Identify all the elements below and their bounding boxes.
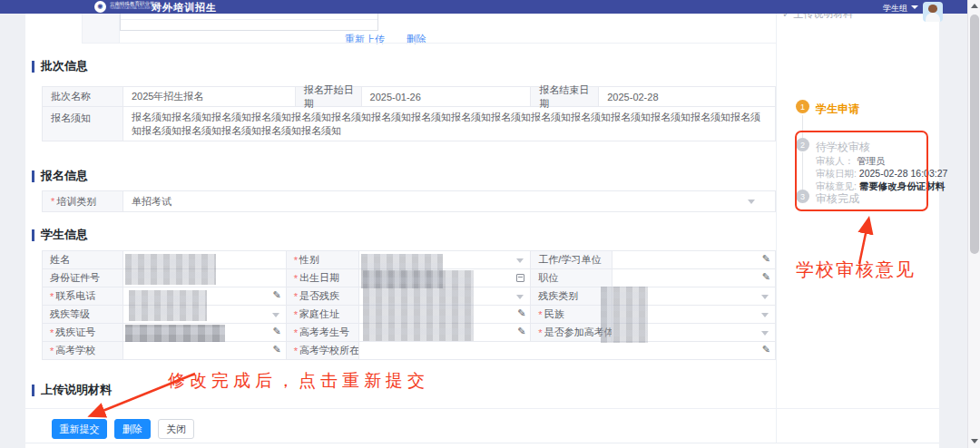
section-bar-icon — [32, 385, 34, 396]
redacted-mosaic — [125, 254, 216, 285]
required-asterisk: * — [538, 309, 542, 320]
field-value: 2025-01-26 — [362, 87, 532, 106]
pencil-icon[interactable]: ✎ — [762, 272, 770, 282]
field-label: 批次名称 — [43, 87, 123, 106]
field-value[interactable]: ✎ — [612, 269, 776, 287]
notice-text: 报名须知报名须知报名须知报名须知报名须知报名须知报名须知报名须知报名须知报名须知… — [123, 107, 776, 141]
caret-down-icon[interactable] — [272, 313, 279, 317]
field-label: 报名结束日期 — [531, 87, 599, 106]
pencil-icon[interactable]: ✎ — [272, 290, 280, 300]
photo-upload-label-cell — [82, 14, 120, 43]
field-label: 残疾等级 — [43, 306, 123, 323]
school-name-en: YUNNAN VOCATIONAL COLLEGE OF SPECIAL EDU… — [110, 7, 152, 10]
field-value: 2025-02-28 — [599, 87, 776, 106]
calendar-icon[interactable] — [516, 274, 524, 282]
app-title: 对外培训招生 — [152, 1, 217, 15]
caret-down-icon[interactable] — [748, 200, 755, 204]
section-title-text: 学生信息 — [41, 227, 88, 243]
training-type-value: 单招考试 — [132, 195, 172, 209]
section-title-student: 学生信息 — [32, 227, 88, 243]
caret-down-icon[interactable] — [761, 295, 769, 299]
field-label: *出生日期 — [287, 269, 359, 287]
field-value[interactable]: ✎ — [359, 342, 776, 359]
divider — [121, 19, 377, 20]
divider — [82, 43, 776, 44]
field-label: 身份证件号 — [43, 269, 123, 287]
scroll-thumb[interactable] — [970, 15, 979, 254]
section-bar-icon — [32, 61, 34, 73]
section-title-signup: 报名信息 — [32, 168, 88, 184]
caret-down-icon[interactable] — [761, 313, 769, 317]
section-title-text: 报名信息 — [41, 168, 88, 184]
required-asterisk: * — [294, 255, 298, 266]
redacted-mosaic — [601, 287, 648, 343]
scroll-down-icon[interactable] — [971, 439, 978, 443]
field-value[interactable]: ✎ — [612, 251, 776, 268]
scrollbar[interactable] — [967, 0, 980, 448]
field-label: *高考考生号 — [287, 324, 359, 341]
step1-badge: 1 — [796, 100, 809, 113]
table-row: * 培训类别 单招考试 — [42, 191, 776, 212]
school-logo-icon: ✺ — [94, 1, 106, 13]
field-label: * 培训类别 — [43, 191, 123, 211]
required-asterisk: * — [50, 291, 54, 302]
section-bar-icon — [32, 170, 34, 182]
field-label: 报名须知 — [43, 107, 123, 141]
training-type-select[interactable]: 单招考试 — [123, 191, 776, 211]
user-avatar[interactable] — [923, 2, 943, 22]
annotation-right-note: 学校审核意见 — [796, 258, 916, 282]
pencil-icon[interactable]: ✎ — [517, 326, 525, 336]
required-asterisk: * — [538, 327, 542, 338]
user-role-label[interactable]: 学生组 — [883, 3, 907, 15]
divider — [776, 14, 777, 443]
required-asterisk: * — [294, 327, 298, 338]
table-row: 批次名称 2025年招生报名 报名开始日期 2025-01-26 报名结束日期 … — [42, 87, 776, 107]
redacted-mosaic — [363, 270, 474, 341]
pencil-icon[interactable]: ✎ — [272, 326, 280, 336]
caret-down-icon[interactable] — [911, 5, 918, 9]
caret-down-icon[interactable] — [516, 258, 524, 263]
field-value[interactable]: ✎ — [123, 342, 287, 359]
field-label: *残疾证号 — [43, 324, 123, 341]
table-row: 报名须知 报名须知报名须知报名须知报名须知报名须知报名须知报名须知报名须知报名须… — [42, 107, 776, 141]
redacted-mosaic — [125, 325, 225, 342]
required-asterisk: * — [294, 291, 298, 302]
field-label: 工作/学习单位 — [531, 251, 612, 268]
pencil-icon[interactable]: ✎ — [272, 345, 280, 355]
field-value: 2025年招生报名 — [123, 87, 296, 106]
field-label: *家庭住址 — [287, 306, 359, 323]
required-asterisk: * — [294, 273, 298, 284]
field-label: 职位 — [531, 269, 612, 287]
scroll-up-icon[interactable] — [971, 4, 978, 8]
step1-label: 学生申请 — [816, 102, 859, 117]
field-label: 姓名 — [43, 251, 123, 268]
annotation-bottom-note: 修改完成后，点击重新提交 — [168, 369, 429, 393]
required-asterisk: * — [50, 346, 54, 356]
field-label: *高考学校所在地 — [287, 342, 359, 359]
field-label: 报名开始日期 — [296, 87, 362, 106]
field-label: *性别 — [287, 251, 359, 268]
required-asterisk: * — [51, 196, 54, 207]
divider — [25, 443, 939, 443]
reupload-link[interactable]: 重新上传 — [345, 33, 385, 46]
pencil-icon[interactable]: ✎ — [762, 345, 770, 355]
section-title-text: 批次信息 — [41, 58, 88, 74]
required-asterisk: * — [294, 309, 298, 320]
pencil-icon[interactable]: ✎ — [762, 254, 770, 264]
section-title-batch: 批次信息 — [32, 58, 88, 74]
delete-upload-link[interactable]: 删除 — [407, 33, 426, 46]
pencil-icon[interactable]: ✎ — [517, 308, 525, 318]
caret-down-icon[interactable] — [516, 295, 524, 299]
table-row: *高考学校✎*高考学校所在地✎ — [42, 342, 776, 360]
review-highlight-box — [795, 131, 928, 211]
field-label: *是否残疾 — [287, 287, 359, 305]
school-name: 云南特殊教育职业学院 YUNNAN VOCATIONAL COLLEGE OF … — [110, 1, 152, 10]
field-label: *联系电话 — [43, 287, 123, 305]
field-label: *高考学校 — [43, 342, 123, 359]
required-asterisk: * — [50, 327, 54, 338]
page: 重新上传 删除 批次信息 批次名称 2025年招生报名 报名开始日期 2025-… — [0, 0, 980, 448]
caret-down-icon[interactable] — [761, 331, 769, 336]
batch-table: 批次名称 2025年招生报名 报名开始日期 2025-01-26 报名结束日期 … — [42, 86, 776, 141]
section-bar-icon — [32, 229, 34, 241]
redacted-mosaic — [129, 290, 207, 321]
